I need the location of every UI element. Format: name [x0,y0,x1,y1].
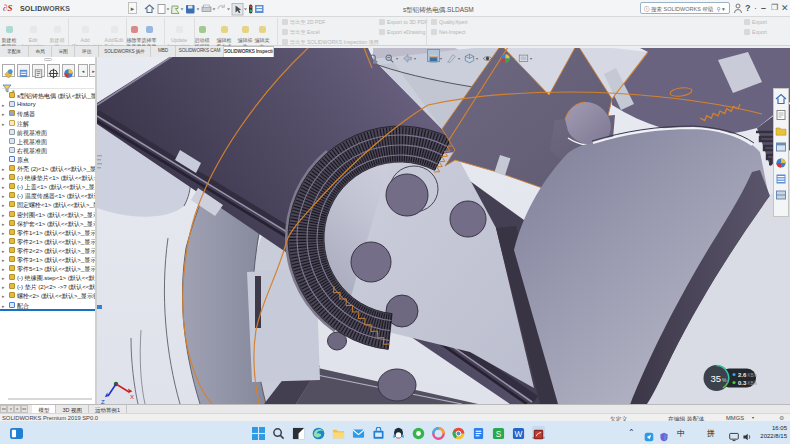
svg-text:KB/s: KB/s [748,373,758,378]
svg-text:35: 35 [711,373,722,384]
svg-text:0.3: 0.3 [738,380,747,386]
svg-text:S: S [496,429,502,439]
svg-text:KB/s: KB/s [748,381,758,386]
svg-text:W: W [515,429,523,439]
svg-text:%: % [722,377,727,383]
svg-text:2.6: 2.6 [738,372,747,378]
svg-text:X: X [130,394,134,400]
